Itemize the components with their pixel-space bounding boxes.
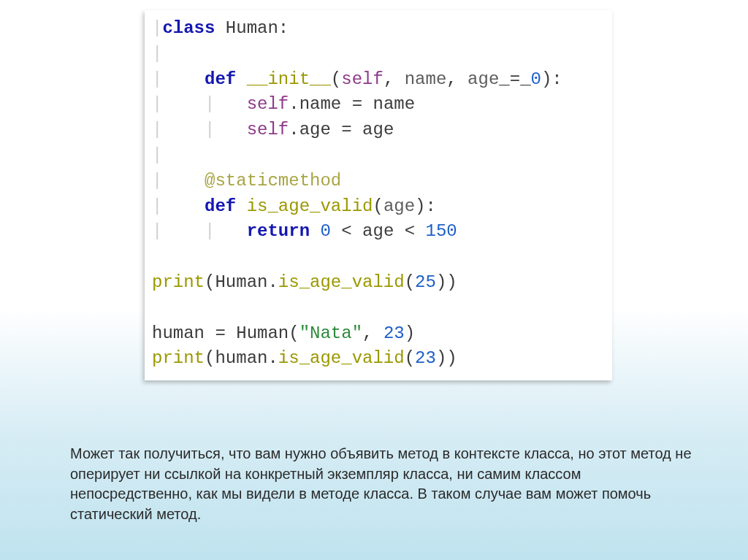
kw-def-isagevalid: def — [205, 196, 236, 216]
param-name: name — [405, 69, 447, 89]
code-block: |class Human: | | def __init__(self, nam… — [145, 10, 612, 380]
kw-def-init: def — [205, 69, 236, 89]
print-2: print — [152, 348, 205, 368]
kw-class: class — [162, 18, 215, 38]
caption-text: Может так получиться, что вам нужно объя… — [70, 444, 704, 524]
class-name: Human — [226, 18, 278, 38]
print-1: print — [152, 272, 205, 292]
fn-init: __init__ — [247, 69, 331, 89]
self-token: self — [341, 69, 383, 89]
param-age: age — [468, 69, 499, 89]
var-human: human — [152, 323, 205, 343]
code-listing: |class Human: | | def __init__(self, nam… — [152, 16, 605, 372]
slide: |class Human: | | def __init__(self, nam… — [0, 0, 748, 560]
str-nata: "Nata" — [299, 323, 362, 343]
num-zero: 0 — [531, 69, 541, 89]
kw-return: return — [247, 221, 310, 241]
decorator-staticmethod: @staticmethod — [205, 171, 341, 191]
fn-is-age-valid: is_age_valid — [247, 196, 373, 216]
